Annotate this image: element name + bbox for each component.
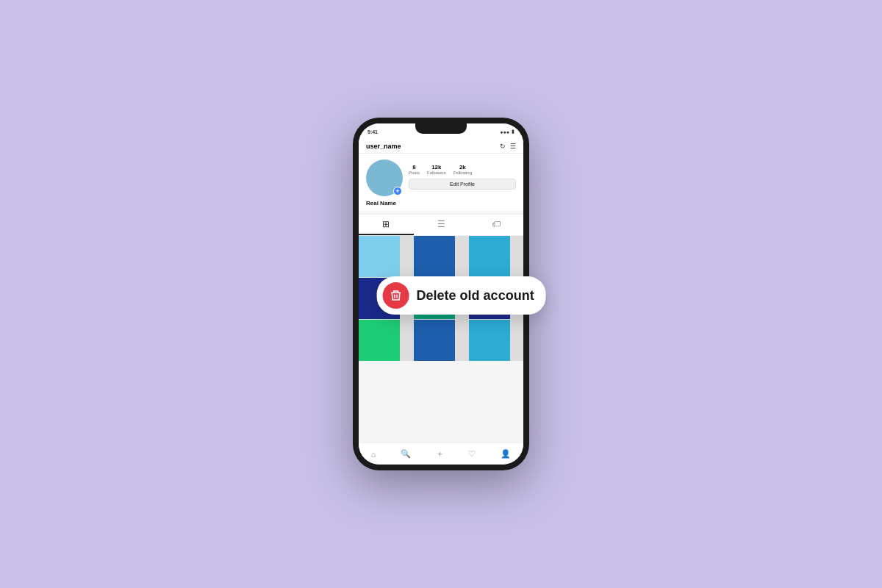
phone-notch xyxy=(415,123,467,134)
tab-list[interactable]: ☰ xyxy=(414,215,469,235)
profile-username: user_name xyxy=(366,143,401,150)
profile-right: 8 Posts 12k Followers 2k Following xyxy=(409,159,516,190)
nav-profile-icon[interactable]: 👤 xyxy=(501,449,511,459)
grid-cell-8 xyxy=(414,320,455,361)
stat-followers: 12k Followers xyxy=(427,164,446,175)
nav-search-icon[interactable]: 🔍 xyxy=(401,449,411,459)
tab-grid[interactable]: ⊞ xyxy=(359,215,414,235)
nav-home-icon[interactable]: ⌂ xyxy=(371,450,376,459)
status-icons: ●●● ▮ xyxy=(500,129,514,135)
stat-following: 2k Following xyxy=(453,164,472,175)
menu-icon[interactable]: ☰ xyxy=(510,143,516,150)
edit-profile-button[interactable]: Edit Profile xyxy=(409,179,516,190)
posts-label: Posts xyxy=(409,171,420,175)
header-icons: ↻ ☰ xyxy=(500,143,516,150)
tab-tagged[interactable]: 🏷 xyxy=(468,215,523,235)
status-time: 9:41 xyxy=(368,129,378,135)
following-count: 2k xyxy=(459,164,466,171)
delete-tooltip[interactable]: Delete old account xyxy=(377,276,546,315)
grid-cell-1 xyxy=(359,236,400,277)
delete-label: Delete old account xyxy=(417,288,534,304)
followers-label: Followers xyxy=(427,171,446,175)
battery-icon: ▮ xyxy=(512,129,514,135)
avatar-add-icon[interactable]: + xyxy=(393,187,402,196)
nav-add-icon[interactable]: ＋ xyxy=(436,448,444,459)
grid-cell-2 xyxy=(414,236,455,277)
svg-rect-2 xyxy=(396,295,398,298)
delete-icon-circle xyxy=(383,282,409,309)
signal-icon: ●●● xyxy=(500,129,509,135)
posts-count: 8 xyxy=(412,164,415,171)
grid-cell-7 xyxy=(359,320,400,361)
bottom-nav: ⌂ 🔍 ＋ ♡ 👤 xyxy=(359,442,523,465)
main-scene: 9:41 ●●● ▮ user_name ↻ ☰ + xyxy=(353,118,529,470)
followers-count: 12k xyxy=(431,164,441,171)
grid-cell-3 xyxy=(469,236,510,277)
profile-section: + 8 Posts 12k Followers xyxy=(359,154,523,211)
following-label: Following xyxy=(453,171,472,175)
svg-rect-1 xyxy=(394,295,395,298)
profile-top: + 8 Posts 12k Followers xyxy=(366,159,516,196)
avatar-wrap: + xyxy=(366,159,403,196)
grid-cell-9 xyxy=(469,320,510,361)
profile-stats: 8 Posts 12k Followers 2k Following xyxy=(409,159,516,175)
trash-icon xyxy=(390,289,403,302)
post-tabs: ⊞ ☰ 🏷 xyxy=(359,214,523,236)
nav-heart-icon[interactable]: ♡ xyxy=(468,449,476,459)
app-header: user_name ↻ ☰ xyxy=(359,140,523,154)
stat-posts: 8 Posts xyxy=(409,164,420,175)
profile-real-name: Real Name xyxy=(366,200,516,207)
refresh-icon[interactable]: ↻ xyxy=(500,143,506,150)
